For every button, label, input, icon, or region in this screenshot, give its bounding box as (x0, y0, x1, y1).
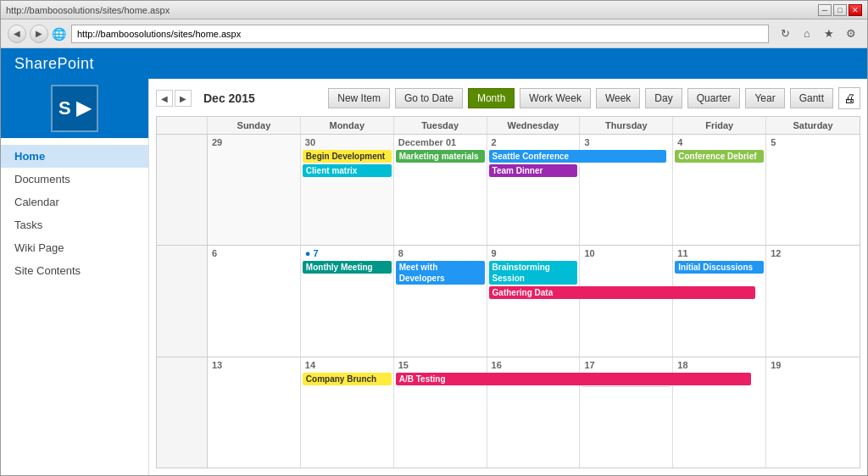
forward-button[interactable]: ▶ (30, 25, 48, 43)
day-num: 4 (675, 136, 764, 148)
day-num: 17 (581, 359, 670, 371)
window-title: http://bamboosolutions/sites/home.aspx (6, 5, 170, 15)
day-num: 14 (303, 359, 392, 371)
cal-cell-nov30: 30 Begin Development Client matrix (301, 135, 394, 245)
cal-cell-dec15: 15 A/B Testing (394, 357, 487, 468)
week-num-2 (157, 246, 208, 356)
event-client-matrix[interactable]: Client matrix (303, 164, 392, 177)
cal-header-row: Sunday Monday Tuesday Wednesday Thursday… (157, 117, 860, 135)
home-button[interactable]: ⌂ (798, 25, 816, 43)
cal-next-button[interactable]: ▶ (175, 90, 192, 107)
day-num: 9 (489, 247, 578, 259)
sidebar-item-documents[interactable]: Documents (1, 168, 148, 191)
sidebar-item-calendar[interactable]: Calendar (1, 191, 148, 213)
day-num: 15 (396, 359, 485, 371)
sidebar-item-home[interactable]: Home (1, 145, 148, 168)
cal-cell-dec13: 13 (208, 357, 301, 468)
header-thursday: Thursday (580, 117, 673, 134)
day-num: 16 (489, 359, 578, 371)
cal-cell-dec05: 5 (766, 135, 860, 245)
calendar-toolbar: ◀ ▶ Dec 2015 New Item Go to Date Month W… (156, 86, 860, 111)
cal-cell-dec01: December 01 Marketing materials (394, 135, 487, 245)
settings-button[interactable]: ⚙ (842, 25, 860, 43)
sidebar-item-wiki[interactable]: Wiki Page (1, 236, 148, 259)
day-num: 18 (675, 359, 764, 371)
sidebar: S ▶ Home Documents Calendar Tasks Wiki P… (1, 79, 149, 475)
event-conference-debrief[interactable]: Conference Debrief (675, 150, 764, 163)
window-controls: ─ □ ✕ (818, 4, 862, 16)
gantt-button[interactable]: Gantt (790, 88, 833, 108)
cal-title: Dec 2015 (203, 91, 255, 105)
browser-window: http://bamboosolutions/sites/home.aspx ─… (0, 0, 868, 476)
nav-items: Home Documents Calendar Tasks Wiki Page … (1, 138, 148, 289)
event-team-dinner[interactable]: Team Dinner (489, 164, 578, 177)
day-num: 6 (209, 247, 298, 259)
day-num: 30 (303, 136, 392, 148)
cal-cell-dec04: 4 Conference Debrief (673, 135, 766, 245)
cal-cell-nov29: 29 (208, 135, 301, 245)
event-marketing[interactable]: Marketing materials (396, 150, 485, 163)
month-button[interactable]: Month (468, 88, 515, 108)
cal-cell-dec11: 11 Initial Discussions (673, 246, 766, 356)
cal-cell-dec12: 12 (766, 246, 860, 356)
week-num-header (157, 117, 208, 134)
day-button[interactable]: Day (645, 88, 682, 108)
go-to-date-button[interactable]: Go to Date (395, 88, 463, 108)
cal-cell-dec14: 14 Company Brunch (301, 357, 394, 468)
favorites-button[interactable]: ★ (820, 25, 838, 43)
event-meet-developers[interactable]: Meet with Developers (396, 261, 485, 285)
close-button[interactable]: ✕ (849, 4, 862, 16)
header-monday: Monday (301, 117, 394, 134)
minimize-button[interactable]: ─ (818, 4, 832, 16)
day-num: 19 (768, 359, 858, 371)
cal-nav: ◀ ▶ (156, 90, 192, 107)
cal-cell-dec02: 2 Seattle Conference Team Dinner (487, 135, 581, 245)
sidebar-item-site-contents[interactable]: Site Contents (1, 259, 148, 282)
print-button[interactable]: 🖨 (838, 87, 860, 109)
refresh-button[interactable]: ↻ (776, 25, 794, 43)
day-num: December 01 (396, 136, 485, 148)
calendar-area: ◀ ▶ Dec 2015 New Item Go to Date Month W… (149, 79, 867, 475)
cal-cell-dec07: ● 7 Monthly Meeting (301, 246, 394, 356)
event-company-brunch[interactable]: Company Brunch (303, 373, 392, 385)
sp-logo: S ▶ (51, 85, 98, 132)
work-week-button[interactable]: Work Week (520, 88, 591, 108)
sp-logo-text: S ▶ (58, 97, 91, 119)
event-brainstorming[interactable]: Brainstorming Session (489, 261, 578, 285)
cal-cell-dec10: 10 (580, 246, 673, 356)
day-num: 8 (396, 247, 485, 259)
cal-cell-dec19: 19 (766, 357, 860, 468)
event-begin-development[interactable]: Begin Development (303, 150, 392, 163)
address-input[interactable] (71, 25, 769, 43)
week-button[interactable]: Week (596, 88, 640, 108)
event-seattle-conference[interactable]: Seattle Conference (489, 150, 667, 163)
event-initial-discussions[interactable]: Initial Discussions (675, 261, 764, 274)
cal-prev-button[interactable]: ◀ (156, 90, 173, 107)
header-sunday: Sunday (208, 117, 301, 134)
day-num: 5 (768, 136, 858, 148)
header-tuesday: Tuesday (394, 117, 487, 134)
back-button[interactable]: ◀ (8, 25, 26, 43)
sharepoint-header: SharePoint (1, 48, 867, 79)
day-num: 29 (209, 136, 298, 148)
sidebar-item-tasks[interactable]: Tasks (1, 213, 148, 236)
day-num: 12 (768, 247, 858, 259)
day-num: 13 (209, 359, 298, 371)
logo-area: S ▶ (1, 79, 148, 138)
cal-cell-dec08: 8 Meet with Developers (394, 246, 487, 356)
main-content: S ▶ Home Documents Calendar Tasks Wiki P… (1, 79, 867, 475)
event-monthly-meeting[interactable]: Monthly Meeting (303, 261, 392, 274)
event-ab-testing[interactable]: A/B Testing (396, 373, 751, 385)
day-num: 11 (675, 247, 764, 259)
header-saturday: Saturday (766, 117, 860, 134)
maximize-button[interactable]: □ (833, 4, 847, 16)
cal-cell-dec09: 9 Brainstorming Session Gathering Data (487, 246, 581, 356)
browser-toolbar: ↻ ⌂ ★ ⚙ (776, 25, 860, 43)
address-bar: ◀ ▶ 🌐 ↻ ⌂ ★ ⚙ (1, 19, 867, 48)
header-friday: Friday (673, 117, 766, 134)
new-item-button[interactable]: New Item (328, 88, 390, 108)
event-gathering-data[interactable]: Gathering Data (489, 286, 756, 299)
quarter-button[interactable]: Quarter (687, 88, 741, 108)
year-button[interactable]: Year (745, 88, 784, 108)
calendar-grid: Sunday Monday Tuesday Wednesday Thursday… (156, 116, 860, 468)
